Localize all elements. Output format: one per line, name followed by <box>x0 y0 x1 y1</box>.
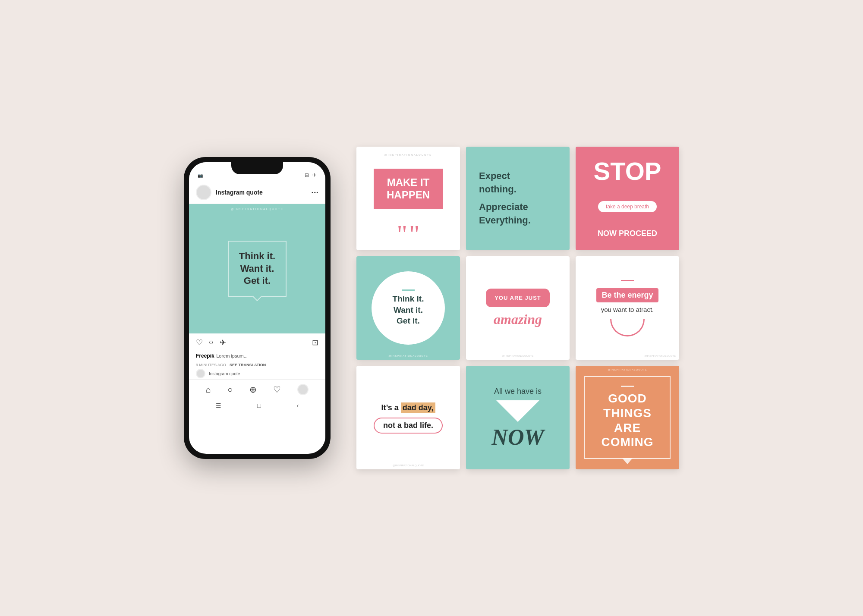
phone-home-indicator: ☰ □ ‹ <box>189 399 325 411</box>
comment-area: Instagram quote <box>189 367 325 379</box>
card-stop: STOP take a deep breath NOW PROCEED <box>576 147 679 250</box>
camera-icon: 📷 <box>198 173 203 178</box>
post-image-area: @INSPIRATIONALQUOTE Think it. Want it. G… <box>189 204 325 333</box>
insta-username: Instagram quote <box>216 189 263 196</box>
add-nav-icon[interactable]: ⊕ <box>249 384 257 395</box>
card-expect-nothing: Expect nothing. Appreciate Everything. <box>466 147 570 250</box>
comment-username: Instagram quote <box>209 371 240 376</box>
card9-text: GOOD THINGS ARE COMING <box>595 391 659 449</box>
comment-icon[interactable]: ○ <box>209 338 214 347</box>
caption-text: Lorem ipsum... <box>216 353 248 358</box>
share-icon[interactable]: ✈ <box>312 172 317 178</box>
bookmark-icon[interactable]: ⊡ <box>312 338 318 347</box>
card-be-the-energy: Be the energy you want to atract. @INSPI… <box>576 256 679 360</box>
avatar <box>196 185 211 200</box>
post-time: 9 MINUTES AGO <box>196 363 226 367</box>
heart-nav-icon[interactable]: ♡ <box>273 384 281 395</box>
card6-dash <box>621 280 634 281</box>
phone-screen: 📷 ⊟ ✈ Instagram quote ··· <box>189 162 325 454</box>
post-caption-area: Freepik Lorem ipsum... <box>189 350 325 363</box>
phone-device: 📷 ⊟ ✈ Instagram quote ··· <box>184 157 331 459</box>
card7-text2: not a bad life. <box>383 421 433 430</box>
card5-amazing: amazing <box>494 311 542 327</box>
card6-arc <box>610 319 645 336</box>
phone-notch <box>231 162 283 174</box>
quote-mark-right: " <box>409 225 420 243</box>
post-quote-text: Think it. Want it. Get it. <box>239 250 275 287</box>
card9-tail <box>622 458 633 464</box>
card2-line1: Expect nothing. <box>479 170 531 196</box>
card1-watermark: @INSPIRATIONALQUOTE <box>384 154 432 156</box>
card9-watermark: @INSPIRATIONALQUOTE <box>608 368 647 371</box>
card9-box: GOOD THINGS ARE COMING <box>584 376 671 459</box>
card6-highlight: Be the energy <box>596 288 658 302</box>
quote-tail <box>252 292 262 302</box>
post-quote-box: Think it. Want it. Get it. <box>228 241 287 297</box>
card5-text1: YOU ARE JUST <box>494 295 541 301</box>
post-actions: ♡ ○ ✈ ⊡ <box>189 333 325 350</box>
card7-pre-text: It’s a <box>381 403 398 412</box>
card2-text: Expect nothing. Appreciate Everything. <box>479 170 531 227</box>
dm-icon[interactable]: ⊟ <box>305 172 309 178</box>
card3-proceed-text: NOW PROCEED <box>598 229 657 238</box>
card4-text: Think it. Want it. Get it. <box>393 293 424 327</box>
card5-watermark: @INSPIRATIONALQUOTE <box>502 355 534 357</box>
caption-username: Freepik <box>196 353 214 359</box>
post-watermark: @INSPIRATIONALQUOTE <box>231 207 284 211</box>
insta-header: Instagram quote ··· <box>189 181 325 204</box>
phone-wrapper: 📷 ⊟ ✈ Instagram quote ··· <box>184 157 331 459</box>
commenter-avatar <box>196 369 205 378</box>
card6-highlight-text: Be the energy <box>602 291 653 299</box>
card-dad-day: It’s a dad day, not a bad life. @INSPIRA… <box>356 366 460 469</box>
home-nav-icon[interactable]: ⌂ <box>206 385 211 395</box>
square-icon: □ <box>257 402 261 409</box>
see-translation[interactable]: SEE TRANSLATION <box>230 363 266 367</box>
more-options-icon[interactable]: ··· <box>311 188 318 198</box>
card-good-things: @INSPIRATIONALQUOTE GOOD THINGS ARE COMI… <box>576 366 679 469</box>
card5-pill: YOU ARE JUST <box>486 289 550 307</box>
cards-grid: @INSPIRATIONALQUOTE MAKE IT HAPPEN " " E… <box>356 147 679 469</box>
card8-text1: All we have is <box>494 387 542 396</box>
card6-watermark: @INSPIRATIONALQUOTE <box>644 355 676 357</box>
card4-circle: Think it. Want it. Get it. <box>372 271 445 345</box>
quote-mark-left: " <box>397 225 408 243</box>
card4-watermark: @INSPIRATIONALQUOTE <box>388 355 428 357</box>
card1-text: MAKE IT HAPPEN <box>380 176 437 201</box>
card4-dash <box>402 289 415 291</box>
card1-pink-box: MAKE IT HAPPEN <box>374 169 443 209</box>
post-actions-left: ♡ ○ ✈ <box>196 338 226 347</box>
phone-bottom-bar: ⌂ ○ ⊕ ♡ <box>189 379 325 399</box>
back-icon[interactable]: ‹ <box>297 402 299 409</box>
insta-header-left: Instagram quote <box>196 185 263 200</box>
phone-status-right: ⊟ ✈ <box>305 172 317 178</box>
card8-now-text: NOW <box>491 426 544 449</box>
search-nav-icon[interactable]: ○ <box>227 385 233 395</box>
phone-time: 📷 <box>198 173 203 178</box>
main-container: 📷 ⊟ ✈ Instagram quote ··· <box>167 129 696 487</box>
card-make-it-happen: @INSPIRATIONALQUOTE MAKE IT HAPPEN " " <box>356 147 460 250</box>
card9-dash <box>621 386 634 387</box>
card7-highlight: dad day, <box>401 402 435 413</box>
card3-breath-text: take a deep breath <box>598 201 657 212</box>
card8-arrow <box>496 400 539 422</box>
menu-icon[interactable]: ☰ <box>216 402 221 409</box>
heart-icon[interactable]: ♡ <box>196 338 203 347</box>
card-now: All we have is NOW <box>466 366 570 469</box>
card2-line2: Appreciate Everything. <box>479 201 531 227</box>
card-think-want-get: Think it. Want it. Get it. @INSPIRATIONA… <box>356 256 460 360</box>
share-post-icon[interactable]: ✈ <box>220 338 226 347</box>
card7-text: It’s a dad day, <box>381 402 435 414</box>
card7-watermark: @INSPIRATIONALQUOTE <box>393 464 424 467</box>
card3-stop-text: STOP <box>594 159 661 184</box>
card7-oval: not a bad life. <box>374 418 443 434</box>
profile-nav-icon[interactable] <box>297 384 309 395</box>
card1-quotes: " " <box>397 225 420 243</box>
card6-text2: you want to atract. <box>601 306 654 313</box>
card-amazing: YOU ARE JUST amazing @INSPIRATIONALQUOTE <box>466 256 570 360</box>
post-meta: 9 MINUTES AGO SEE TRANSLATION <box>189 363 325 367</box>
